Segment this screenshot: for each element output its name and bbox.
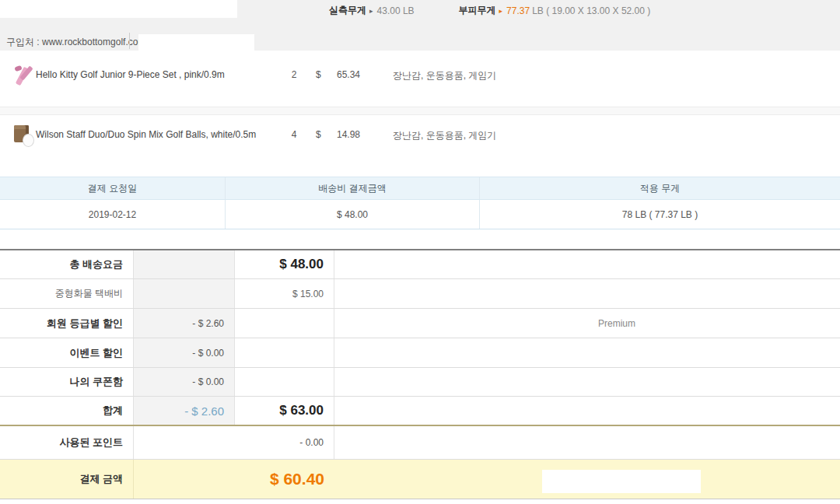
subtotal-discount: - $ 2.60 — [134, 397, 235, 425]
arrow-icon: ▸ — [499, 7, 503, 15]
order-detail-page: 실측무게 ▸ 43.00 LB 부피무게 ▸ 77.37 LB ( 19.00 … — [0, 0, 840, 504]
volume-weight-label: 부피무게 — [459, 4, 496, 17]
row-discount: - $ 0.00 — [134, 368, 235, 396]
membership-grade-badge: Premium — [334, 318, 840, 329]
product-row: Wilson Staff Duo/Duo Spin Mix Golf Balls… — [0, 115, 840, 175]
payment-amount: $ 60.40 — [235, 460, 334, 499]
payment-input[interactable] — [542, 470, 701, 493]
row-discount — [134, 460, 235, 499]
currency-symbol: $ — [316, 69, 321, 80]
row-amount — [235, 309, 334, 338]
product-price: 14.98 — [337, 129, 360, 140]
arrow-icon: ▸ — [369, 7, 373, 15]
shipping-amount-value: $ 48.00 — [226, 200, 480, 229]
store-label: 구입처 : www.rockbottomgolf.com — [6, 36, 145, 49]
store-tab[interactable] — [138, 34, 254, 51]
row-label: 회원 등급별 할인 — [0, 309, 134, 338]
product-thumbnail — [13, 123, 34, 147]
payment-request-table: 결제 요청일 배송비 결제금액 적용 무게 2019-02-12 $ 48.00… — [0, 177, 840, 229]
row-label: 중형화물 택배비 — [0, 279, 134, 308]
row-amount: $ 15.00 — [235, 279, 334, 308]
request-date-value: 2019-02-12 — [0, 200, 226, 229]
header-shipping-amount: 배송비 결제금액 — [226, 177, 480, 199]
weight-info: 실측무게 ▸ 43.00 LB 부피무게 ▸ 77.37 LB ( 19.00 … — [329, 0, 650, 21]
product-title: Wilson Staff Duo/Duo Spin Mix Golf Balls… — [36, 129, 256, 140]
summary-row-my-coupons: 나의 쿠폰함 - $ 0.00 — [0, 368, 840, 397]
currency-symbol: $ — [316, 129, 321, 140]
payment-table-row: 2019-02-12 $ 48.00 78 LB ( 77.37 LB ) — [0, 200, 840, 229]
product-thumbnail — [13, 65, 34, 89]
row-separator — [0, 107, 840, 115]
header-applied-weight: 적용 무게 — [480, 177, 840, 199]
summary-row-subtotal: 합계 - $ 2.60 $ 63.00 — [0, 397, 840, 426]
summary-row-event-discount: 이벤트 할인 - $ 0.00 — [0, 338, 840, 368]
payment-table-header: 결제 요청일 배송비 결제금액 적용 무게 — [0, 177, 840, 200]
product-row: Hello Kitty Golf Junior 9-Piece Set , pi… — [0, 51, 840, 107]
product-title: Hello Kitty Golf Junior 9-Piece Set , pi… — [36, 69, 225, 80]
summary-row-total-shipping: 총 배송요금 $ 48.00 — [0, 250, 840, 279]
row-amount: - 0.00 — [235, 426, 334, 459]
row-amount — [235, 338, 334, 367]
product-quantity: 4 — [284, 129, 304, 140]
row-discount — [134, 279, 235, 308]
row-label: 총 배송요금 — [0, 250, 134, 278]
row-discount: - $ 2.60 — [134, 309, 235, 338]
measured-weight-value: 43.00 LB — [377, 5, 415, 16]
row-amount: $ 48.00 — [235, 250, 334, 278]
volume-weight-dimensions: LB ( 19.00 X 13.00 X 52.00 ) — [532, 5, 650, 16]
header-request-date: 결제 요청일 — [0, 177, 226, 199]
golf-ball-icon — [23, 134, 34, 147]
row-discount — [134, 250, 235, 278]
summary-row-payment-amount: 결제 금액 $ 60.40 — [0, 460, 840, 499]
applied-weight-value: 78 LB ( 77.37 LB ) — [480, 200, 840, 229]
top-weight-bar: 실측무게 ▸ 43.00 LB 부피무게 ▸ 77.37 LB ( 19.00 … — [0, 0, 840, 51]
row-discount — [134, 426, 235, 459]
row-label: 사용된 포인트 — [0, 426, 134, 459]
row-discount: - $ 0.00 — [134, 338, 235, 367]
subtotal-amount: $ 63.00 — [235, 397, 334, 425]
top-left-panel — [0, 0, 237, 18]
measured-weight-label: 실측무게 — [329, 4, 366, 17]
row-label: 이벤트 할인 — [0, 338, 134, 367]
cost-summary-table: 총 배송요금 $ 48.00 중형화물 택배비 $ 15.00 회원 등급별 할… — [0, 249, 840, 499]
product-category: 장난감, 운동용품, 게임기 — [393, 69, 496, 82]
divider — [129, 33, 130, 49]
product-quantity: 2 — [284, 69, 304, 80]
product-price: 65.34 — [337, 69, 360, 80]
summary-row-medium-cargo-fee: 중형화물 택배비 $ 15.00 — [0, 279, 840, 309]
summary-row-used-points: 사용된 포인트 - 0.00 — [0, 426, 840, 460]
summary-row-membership-discount: 회원 등급별 할인 - $ 2.60 Premium — [0, 309, 840, 338]
row-label: 결제 금액 — [0, 460, 134, 499]
row-label: 나의 쿠폰함 — [0, 368, 134, 396]
row-amount — [235, 368, 334, 396]
row-label: 합계 — [0, 397, 134, 425]
product-category: 장난감, 운동용품, 게임기 — [393, 129, 496, 142]
volume-weight-value: 77.37 — [506, 5, 530, 16]
